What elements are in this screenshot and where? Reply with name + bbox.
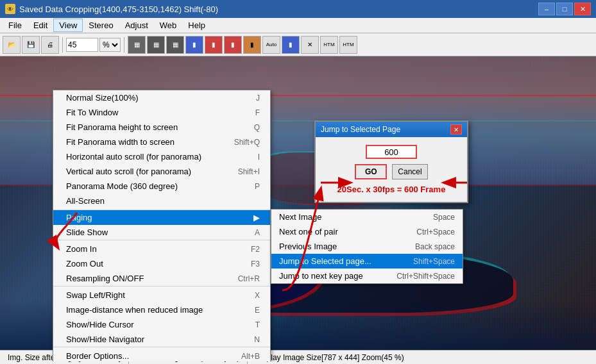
toolbar-btn-blue2[interactable]: ▮ (282, 36, 300, 54)
dialog-buttons: GO Cancel (326, 164, 457, 179)
toolbar-color-btn-3[interactable]: ▦ (166, 36, 184, 54)
toolbar-btn-x[interactable]: ✕ (301, 36, 319, 54)
toolbar-btn-red2[interactable]: ▮ (224, 36, 242, 54)
menu-edit[interactable]: Edit (28, 19, 53, 32)
jump-dialog: Jump to Selected Page ✕ GO Cancel 20Sec.… (314, 120, 468, 203)
menu-swap-lr[interactable]: Swap Left/Right X (53, 288, 270, 302)
menu-adjust[interactable]: Adjust (119, 19, 154, 32)
menu-paging[interactable]: Paging ▶ (53, 210, 270, 225)
menubar: File Edit View Stereo Adjust Web Help (0, 18, 596, 33)
go-button[interactable]: GO (355, 164, 387, 179)
titlebar-controls[interactable]: – □ ✕ (538, 3, 591, 15)
paging-submenu-arrow: ▶ (253, 213, 260, 222)
submenu-jump-to-selected[interactable]: Jump to Selected page... Shift+Space (271, 254, 463, 269)
dialog-input-row (326, 145, 457, 159)
toolbar-btn-auto[interactable]: Auto (262, 36, 280, 54)
close-button[interactable]: ✕ (574, 3, 591, 15)
titlebar-left: 👁 Saved Data Cropping(1400,475-3150,1462… (5, 4, 218, 14)
window-title: Saved Data Cropping(1400,475-3150,1462) … (19, 4, 218, 14)
view-dropdown: Normal Size(100%) J Fit To Window F Fit … (53, 90, 271, 361)
submenu-previous-image[interactable]: Previous Image Back space (271, 239, 463, 254)
page-number-input[interactable] (366, 145, 417, 159)
menu-img-distance[interactable]: Image-distance when reduced image E (53, 302, 270, 317)
menu-border-options[interactable]: Border Options... Alt+B (53, 349, 270, 361)
menu-zoom-out[interactable]: Zoom Out F3 (53, 256, 270, 271)
paging-submenu: Next Image Space Next one of pair Ctrl+S… (271, 209, 463, 284)
menu-fit-panorama-width[interactable]: Fit Panorama width to screen Shift+Q (53, 135, 270, 149)
toolbar-separator-1 (62, 37, 63, 53)
menu-web[interactable]: Web (154, 19, 183, 32)
maximize-button[interactable]: □ (556, 3, 573, 15)
toolbar-color-btn-2[interactable]: ▦ (147, 36, 165, 54)
dialog-title: Jump to Selected Page (321, 125, 400, 134)
menu-h-scroll[interactable]: Horizontal auto scroll (for panorama) I (53, 149, 270, 164)
menu-v-scroll[interactable]: Vertical auto scroll (for panorama) Shif… (53, 164, 270, 179)
menu-view[interactable]: View (53, 19, 83, 32)
menu-resampling[interactable]: Resampling ON/OFF Ctrl+R (53, 271, 270, 286)
toolbar-btn-htm1[interactable]: HTM (320, 36, 338, 54)
menu-fit-panorama-height[interactable]: Fit Panorama height to screen Q (53, 120, 270, 135)
status-display-size: Display Image Size[787 x 444] Zoom(45 %) (248, 351, 411, 364)
app-icon: 👁 (5, 4, 15, 14)
toolbar-btn-3[interactable]: 🖨 (41, 36, 59, 54)
toolbar-color-btn-1[interactable]: ▦ (128, 36, 146, 54)
menu-fit-window[interactable]: Fit To Window F (53, 105, 270, 120)
menu-panorama-mode[interactable]: Panorama Mode (360 degree) P (53, 179, 270, 194)
svg-text:👁: 👁 (7, 6, 13, 13)
zoom-select[interactable]: % (99, 38, 121, 52)
toolbar-btn-1[interactable]: 📂 (3, 36, 21, 54)
menu-slideshow[interactable]: Slide Show A (53, 225, 270, 240)
menu-all-screen[interactable]: All-Screen (53, 194, 270, 208)
menu-file[interactable]: File (3, 19, 28, 32)
menu-show-navigator[interactable]: Show/Hide Navigator N (53, 332, 270, 347)
toolbar-btn-orange[interactable]: ▮ (243, 36, 261, 54)
menu-show-cursor[interactable]: Show/Hide Cursor T (53, 317, 270, 332)
cancel-button[interactable]: Cancel (392, 164, 427, 179)
zoom-input[interactable] (66, 38, 98, 52)
submenu-next-pair[interactable]: Next one of pair Ctrl+Space (271, 224, 463, 239)
submenu-next-image[interactable]: Next Image Space (271, 210, 463, 224)
menu-help[interactable]: Help (182, 19, 211, 32)
content-area: Normal Size(100%) J Fit To Window F Fit … (0, 56, 596, 361)
toolbar: 📂 💾 🖨 % ▦ ▦ ▦ ▮ ▮ ▮ ▮ Auto ▮ ✕ HTM HTM (0, 33, 596, 56)
menu-zoom-in[interactable]: Zoom In F2 (53, 242, 270, 256)
titlebar: 👁 Saved Data Cropping(1400,475-3150,1462… (0, 0, 596, 18)
toolbar-separator-2 (124, 37, 124, 53)
dialog-titlebar: Jump to Selected Page ✕ (316, 122, 467, 137)
toolbar-btn-htm2[interactable]: HTM (339, 36, 357, 54)
toolbar-btn-red1[interactable]: ▮ (205, 36, 223, 54)
toolbar-btn-blue1[interactable]: ▮ (185, 36, 203, 54)
dialog-content: GO Cancel 20Sec. x 30fps = 600 Frame (316, 137, 467, 202)
menu-stereo[interactable]: Stereo (83, 19, 119, 32)
dialog-close-button[interactable]: ✕ (450, 124, 462, 135)
minimize-button[interactable]: – (538, 3, 555, 15)
toolbar-btn-2[interactable]: 💾 (22, 36, 40, 54)
menu-normal-size[interactable]: Normal Size(100%) J (53, 90, 270, 105)
submenu-jump-next-key[interactable]: Jump to next key page Ctrl+Shift+Space (271, 269, 463, 283)
dialog-annotation: 20Sec. x 30fps = 600 Frame (326, 185, 457, 194)
